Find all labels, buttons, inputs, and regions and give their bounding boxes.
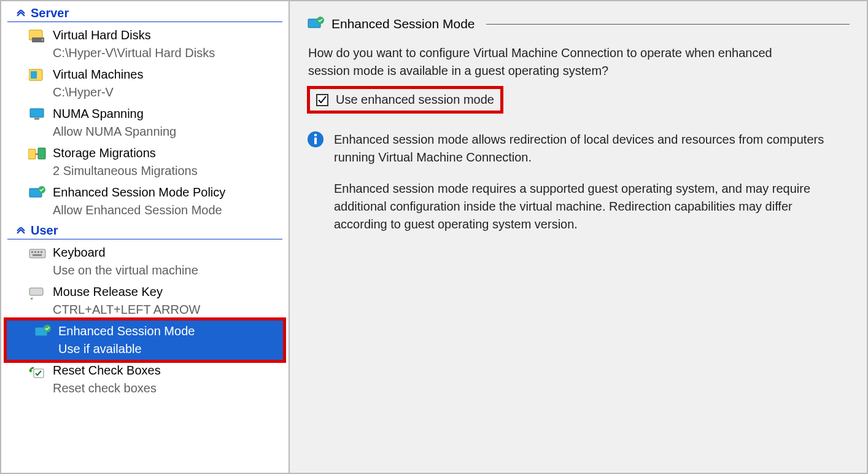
svg-rect-13 bbox=[34, 251, 36, 253]
keyboard-icon bbox=[28, 244, 47, 263]
highlight-annotation: Enhanced Session Mode Use if available bbox=[4, 317, 286, 363]
nav-item-subtitle: CTRL+ALT+LEFT ARROW bbox=[53, 301, 200, 318]
mouse-release-icon bbox=[28, 284, 47, 302]
nav-item-subtitle: Allow Enhanced Session Mode bbox=[53, 202, 225, 219]
nav-item-enhanced-session-mode[interactable]: Enhanced Session Mode Use if available bbox=[7, 321, 283, 360]
use-enhanced-session-mode-checkbox[interactable]: Use enhanced session mode bbox=[310, 89, 500, 111]
nav-item-title: Mouse Release Key bbox=[53, 284, 200, 300]
nav-item-subtitle: 2 Simultaneous Migrations bbox=[53, 163, 198, 179]
enhanced-session-icon bbox=[34, 323, 52, 341]
svg-rect-16 bbox=[33, 254, 42, 256]
highlight-annotation: Use enhanced session mode bbox=[307, 86, 503, 114]
info-text-2: Enhanced session mode requires a support… bbox=[334, 180, 825, 233]
settings-nav-tree: Server Virtual Hard Disks C:\Hyper-V\Vir… bbox=[1, 1, 290, 473]
svg-rect-15 bbox=[41, 251, 42, 253]
section-header-user[interactable]: User bbox=[7, 221, 282, 239]
nav-item-mouse-release-key[interactable]: Mouse Release Key CTRL+ALT+LEFT ARROW bbox=[1, 281, 289, 321]
section-header-label: User bbox=[31, 223, 58, 238]
svg-rect-5 bbox=[30, 109, 44, 117]
svg-rect-8 bbox=[38, 148, 45, 159]
svg-rect-11 bbox=[29, 249, 45, 258]
checkbox-icon bbox=[316, 94, 328, 106]
folder-disk-icon bbox=[28, 27, 47, 45]
nav-item-title: Virtual Machines bbox=[53, 66, 143, 83]
info-icon bbox=[307, 131, 324, 148]
svg-rect-12 bbox=[31, 251, 33, 253]
svg-rect-14 bbox=[37, 251, 39, 253]
detail-title: Enhanced Session Mode bbox=[331, 17, 475, 31]
nav-item-title: Enhanced Session Mode Policy bbox=[53, 184, 225, 201]
enhanced-session-icon bbox=[307, 15, 325, 33]
svg-point-2 bbox=[42, 39, 43, 41]
nav-item-virtual-machines[interactable]: Virtual Machines C:\Hyper-V bbox=[1, 64, 289, 103]
svg-rect-6 bbox=[34, 118, 39, 120]
nav-item-numa-spanning[interactable]: NUMA Spanning Allow NUMA Spanning bbox=[1, 103, 289, 142]
nav-item-subtitle: Reset check boxes bbox=[53, 380, 161, 397]
nav-item-keyboard[interactable]: Keyboard Use on the virtual machine bbox=[1, 242, 289, 281]
nav-item-title: NUMA Spanning bbox=[53, 106, 176, 122]
svg-rect-17 bbox=[29, 288, 43, 295]
divider bbox=[486, 24, 850, 25]
enhanced-session-icon bbox=[28, 184, 47, 203]
nav-item-subtitle: Use if available bbox=[58, 341, 195, 357]
nav-item-subtitle: C:\Hyper-V bbox=[53, 84, 143, 101]
monitor-icon bbox=[28, 106, 47, 124]
nav-item-subtitle: Allow NUMA Spanning bbox=[53, 123, 176, 140]
nav-item-title: Enhanced Session Mode bbox=[58, 323, 195, 340]
nav-item-title: Keyboard bbox=[53, 244, 198, 261]
info-block: Enhanced session mode allows redirection… bbox=[307, 131, 850, 247]
section-header-label: Server bbox=[31, 6, 69, 20]
svg-point-25 bbox=[314, 134, 317, 136]
nav-item-enhanced-session-mode-policy[interactable]: Enhanced Session Mode Policy Allow Enhan… bbox=[1, 182, 289, 221]
detail-header: Enhanced Session Mode bbox=[307, 15, 850, 33]
folder-vm-icon bbox=[28, 66, 47, 85]
svg-rect-4 bbox=[31, 71, 37, 79]
checkbox-label: Use enhanced session mode bbox=[336, 93, 494, 107]
svg-rect-24 bbox=[314, 138, 317, 144]
reset-checkboxes-icon bbox=[28, 362, 47, 381]
detail-description: How do you want to configure Virtual Mac… bbox=[308, 44, 812, 80]
nav-item-title: Reset Check Boxes bbox=[53, 362, 161, 379]
nav-item-title: Virtual Hard Disks bbox=[53, 27, 215, 44]
nav-item-storage-migrations[interactable]: Storage Migrations 2 Simultaneous Migrat… bbox=[1, 142, 289, 182]
info-text-1: Enhanced session mode allows redirection… bbox=[334, 131, 825, 166]
nav-item-title: Storage Migrations bbox=[53, 145, 198, 161]
chevron-up-icon bbox=[15, 226, 27, 236]
nav-item-reset-check-boxes[interactable]: Reset Check Boxes Reset check boxes bbox=[1, 360, 289, 399]
detail-pane: Enhanced Session Mode How do you want to… bbox=[290, 1, 867, 473]
nav-item-virtual-hard-disks[interactable]: Virtual Hard Disks C:\Hyper-V\Virtual Ha… bbox=[1, 25, 289, 64]
nav-item-subtitle: C:\Hyper-V\Virtual Hard Disks bbox=[53, 45, 215, 61]
chevron-up-icon bbox=[15, 9, 27, 18]
svg-rect-7 bbox=[28, 149, 36, 159]
nav-item-subtitle: Use on the virtual machine bbox=[53, 262, 198, 279]
storage-migration-icon bbox=[28, 145, 47, 163]
section-header-server[interactable]: Server bbox=[7, 4, 282, 22]
